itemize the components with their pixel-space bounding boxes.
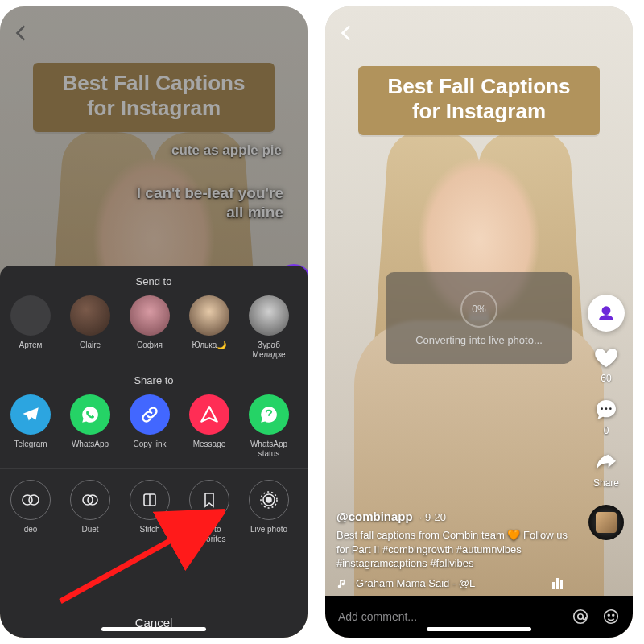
svg-point-12 bbox=[609, 407, 612, 410]
like-button[interactable]: 60 bbox=[593, 345, 619, 384]
stitch-icon bbox=[130, 480, 170, 520]
action-stitch[interactable]: Stitch bbox=[127, 480, 172, 544]
back-icon[interactable] bbox=[11, 23, 32, 43]
action-share-gif[interactable]: GIF Share as GIF bbox=[306, 480, 308, 544]
contact-4[interactable]: Зураб Меладзе bbox=[246, 295, 291, 360]
share-row[interactable]: Telegram WhatsApp Copy link Message What… bbox=[0, 393, 308, 463]
duet-icon bbox=[70, 480, 110, 520]
telegram-icon bbox=[10, 394, 51, 435]
share-whatsapp[interactable]: WhatsApp bbox=[68, 394, 113, 458]
album-art bbox=[596, 512, 617, 533]
message-icon bbox=[189, 394, 229, 435]
sound-disc[interactable] bbox=[588, 505, 624, 540]
avatar-icon bbox=[10, 295, 51, 336]
loading-text: Converting into live photo... bbox=[415, 334, 543, 346]
contact-0[interactable]: Артем bbox=[8, 295, 53, 360]
music-note-icon bbox=[336, 578, 348, 589]
whatsapp-status-icon bbox=[249, 394, 289, 435]
svg-point-15 bbox=[605, 610, 618, 624]
bookmark-icon bbox=[189, 480, 229, 520]
contact-3[interactable]: Юлька🌙 bbox=[187, 295, 232, 360]
phone-left: Best Fall Captions for Instagram cute as… bbox=[0, 6, 308, 638]
svg-point-13 bbox=[574, 610, 588, 624]
action-save-video[interactable]: deo bbox=[8, 480, 53, 544]
action-rail: 60 0 Share bbox=[588, 295, 625, 540]
whatsapp-icon bbox=[70, 394, 110, 435]
phone-right: Best Fall Captions for Instagram 0% Conv… bbox=[325, 6, 633, 638]
music-title: Graham Mama Said - @L bbox=[356, 577, 475, 589]
actions-row[interactable]: deo Duet Stitch Add to Favorites Live ph… bbox=[0, 469, 308, 549]
back-icon[interactable] bbox=[336, 23, 357, 43]
svg-point-16 bbox=[608, 614, 609, 616]
svg-point-6 bbox=[266, 497, 271, 502]
progress-ring: 0% bbox=[460, 291, 497, 328]
heart-icon bbox=[593, 345, 619, 370]
music-row[interactable]: Graham Mama Said - @L bbox=[336, 577, 568, 589]
comment-icon bbox=[593, 397, 619, 423]
action-live-photo[interactable]: Live photo bbox=[246, 480, 291, 544]
emoji-icon[interactable] bbox=[602, 608, 620, 625]
action-duet[interactable]: Duet bbox=[68, 480, 113, 544]
link-icon bbox=[130, 394, 170, 435]
save-video-icon bbox=[10, 480, 51, 520]
action-favorites[interactable]: Add to Favorites bbox=[187, 480, 232, 544]
svg-point-10 bbox=[601, 407, 603, 410]
svg-point-17 bbox=[613, 614, 614, 616]
video-meta: @combinapp · 9-20 Best fall captions fro… bbox=[336, 510, 568, 589]
avatar-icon bbox=[130, 295, 170, 336]
contact-2[interactable]: София bbox=[127, 295, 172, 360]
avatar-icon bbox=[249, 295, 289, 336]
post-date: · 9-20 bbox=[419, 511, 446, 523]
share-message[interactable]: Message bbox=[187, 394, 232, 458]
live-photo-icon bbox=[249, 480, 289, 520]
share-button[interactable]: Share bbox=[593, 449, 619, 489]
comment-bar: Add comment... bbox=[325, 596, 633, 638]
home-indicator[interactable] bbox=[101, 627, 206, 631]
comment-input[interactable]: Add comment... bbox=[338, 610, 559, 623]
cancel-button[interactable]: Cancel bbox=[0, 600, 308, 638]
contacts-row[interactable]: Артем Claire София Юлька🌙 Зураб Меладзе … bbox=[0, 294, 308, 365]
share-vk[interactable]: VK bbox=[306, 394, 308, 458]
svg-point-14 bbox=[578, 614, 583, 619]
home-indicator[interactable] bbox=[427, 627, 531, 631]
avatar-icon bbox=[189, 295, 229, 336]
contact-5[interactable]: Lani Ra bbox=[306, 295, 308, 360]
video-description[interactable]: Best fall captions from Combin team 🧡 Fo… bbox=[336, 528, 568, 571]
equalizer-icon bbox=[552, 578, 568, 589]
share-telegram[interactable]: Telegram bbox=[8, 394, 53, 458]
contact-1[interactable]: Claire bbox=[68, 295, 113, 360]
title-card: Best Fall Captions for Instagram bbox=[358, 66, 600, 135]
profile-badge[interactable] bbox=[588, 295, 625, 332]
avatar-icon bbox=[70, 295, 110, 336]
loading-panel: 0% Converting into live photo... bbox=[386, 272, 572, 364]
svg-point-11 bbox=[605, 407, 608, 410]
share-sheet: Send to Артем Claire София Юлька🌙 Зураб … bbox=[0, 266, 308, 638]
mention-icon[interactable] bbox=[572, 608, 589, 625]
share-icon bbox=[593, 449, 619, 475]
share-whatsapp-status[interactable]: WhatsApp status bbox=[246, 394, 291, 458]
send-to-title: Send to bbox=[0, 266, 308, 294]
svg-point-1 bbox=[29, 495, 39, 505]
share-copy-link[interactable]: Copy link bbox=[127, 394, 172, 458]
comment-button[interactable]: 0 bbox=[593, 397, 619, 436]
username[interactable]: @combinapp · 9-20 bbox=[336, 510, 568, 523]
share-to-title: Share to bbox=[0, 365, 308, 393]
